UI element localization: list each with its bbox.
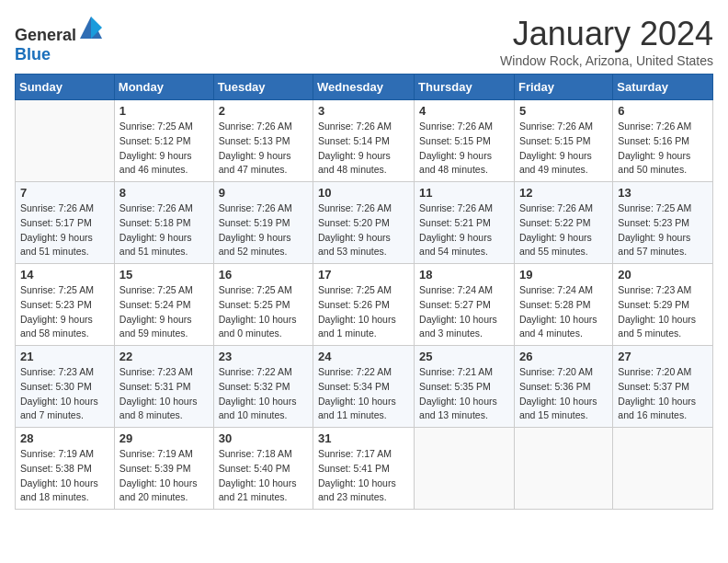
day-info: Sunrise: 7:19 AMSunset: 5:39 PMDaylight:…	[119, 447, 209, 505]
day-info: Sunrise: 7:26 AMSunset: 5:14 PMDaylight:…	[318, 120, 409, 178]
title-block: January 2024 Window Rock, Arizona, Unite…	[500, 15, 713, 68]
day-header-saturday: Saturday	[613, 75, 713, 100]
day-number: 29	[119, 431, 209, 445]
day-number: 2	[219, 104, 308, 118]
calendar-cell: 21Sunrise: 7:23 AMSunset: 5:30 PMDayligh…	[16, 346, 115, 428]
calendar-cell: 22Sunrise: 7:23 AMSunset: 5:31 PMDayligh…	[114, 346, 213, 428]
day-info: Sunrise: 7:22 AMSunset: 5:34 PMDaylight:…	[318, 365, 409, 423]
calendar-cell: 16Sunrise: 7:25 AMSunset: 5:25 PMDayligh…	[213, 264, 313, 346]
day-info: Sunrise: 7:22 AMSunset: 5:32 PMDaylight:…	[219, 365, 308, 423]
day-number: 25	[419, 350, 509, 363]
day-info: Sunrise: 7:24 AMSunset: 5:28 PMDaylight:…	[519, 283, 608, 341]
calendar-cell: 13Sunrise: 7:25 AMSunset: 5:23 PMDayligh…	[613, 182, 713, 264]
day-number: 6	[618, 104, 708, 118]
calendar-cell: 12Sunrise: 7:26 AMSunset: 5:22 PMDayligh…	[514, 182, 612, 264]
day-info: Sunrise: 7:17 AMSunset: 5:41 PMDaylight:…	[318, 447, 409, 505]
calendar-cell: 2Sunrise: 7:26 AMSunset: 5:13 PMDaylight…	[213, 100, 313, 182]
day-number: 12	[519, 186, 608, 200]
day-number: 16	[219, 268, 308, 282]
calendar-cell: 15Sunrise: 7:25 AMSunset: 5:24 PMDayligh…	[114, 264, 213, 346]
day-info: Sunrise: 7:20 AMSunset: 5:36 PMDaylight:…	[519, 365, 608, 423]
calendar-cell	[613, 428, 713, 510]
day-header-tuesday: Tuesday	[213, 75, 313, 100]
day-info: Sunrise: 7:26 AMSunset: 5:13 PMDaylight:…	[219, 120, 308, 178]
day-info: Sunrise: 7:20 AMSunset: 5:37 PMDaylight:…	[618, 365, 708, 423]
day-number: 19	[519, 268, 608, 282]
day-info: Sunrise: 7:26 AMSunset: 5:15 PMDaylight:…	[519, 120, 608, 178]
day-info: Sunrise: 7:25 AMSunset: 5:23 PMDaylight:…	[618, 201, 708, 259]
calendar-cell: 3Sunrise: 7:26 AMSunset: 5:14 PMDaylight…	[313, 100, 415, 182]
location-title: Window Rock, Arizona, United States	[500, 53, 713, 68]
calendar-cell: 6Sunrise: 7:26 AMSunset: 5:16 PMDaylight…	[613, 100, 713, 182]
calendar-week-row: 21Sunrise: 7:23 AMSunset: 5:30 PMDayligh…	[16, 346, 713, 428]
calendar-cell	[16, 100, 115, 182]
day-info: Sunrise: 7:25 AMSunset: 5:25 PMDaylight:…	[219, 283, 308, 341]
day-number: 7	[20, 186, 109, 200]
day-number: 31	[318, 431, 409, 445]
day-number: 28	[20, 431, 109, 445]
calendar-cell: 5Sunrise: 7:26 AMSunset: 5:15 PMDaylight…	[514, 100, 612, 182]
day-number: 20	[618, 268, 708, 282]
day-number: 18	[419, 268, 509, 282]
calendar-cell: 20Sunrise: 7:23 AMSunset: 5:29 PMDayligh…	[613, 264, 713, 346]
day-number: 11	[419, 186, 509, 200]
day-info: Sunrise: 7:25 AMSunset: 5:24 PMDaylight:…	[119, 283, 209, 341]
calendar-header-row: SundayMondayTuesdayWednesdayThursdayFrid…	[16, 75, 713, 100]
day-info: Sunrise: 7:26 AMSunset: 5:15 PMDaylight:…	[419, 120, 509, 178]
day-number: 21	[20, 350, 109, 363]
logo: General Blue	[15, 15, 104, 64]
day-info: Sunrise: 7:24 AMSunset: 5:27 PMDaylight:…	[419, 283, 509, 341]
calendar-week-row: 1Sunrise: 7:25 AMSunset: 5:12 PMDaylight…	[16, 100, 713, 182]
day-number: 17	[318, 268, 409, 282]
calendar-cell: 31Sunrise: 7:17 AMSunset: 5:41 PMDayligh…	[313, 428, 415, 510]
calendar-cell: 10Sunrise: 7:26 AMSunset: 5:20 PMDayligh…	[313, 182, 415, 264]
day-number: 4	[419, 104, 509, 118]
day-info: Sunrise: 7:26 AMSunset: 5:19 PMDaylight:…	[219, 201, 308, 259]
day-number: 1	[119, 104, 209, 118]
calendar-cell	[415, 428, 515, 510]
day-number: 30	[219, 431, 308, 445]
day-number: 10	[318, 186, 409, 200]
day-header-thursday: Thursday	[415, 75, 515, 100]
day-header-friday: Friday	[514, 75, 612, 100]
month-title: January 2024	[500, 15, 713, 53]
day-number: 24	[318, 350, 409, 363]
day-number: 9	[219, 186, 308, 200]
day-info: Sunrise: 7:26 AMSunset: 5:20 PMDaylight:…	[318, 201, 409, 259]
day-number: 27	[618, 350, 708, 363]
calendar-cell: 11Sunrise: 7:26 AMSunset: 5:21 PMDayligh…	[415, 182, 515, 264]
day-info: Sunrise: 7:23 AMSunset: 5:29 PMDaylight:…	[618, 283, 708, 341]
logo-icon	[78, 15, 104, 40]
day-number: 15	[119, 268, 209, 282]
calendar-cell: 27Sunrise: 7:20 AMSunset: 5:37 PMDayligh…	[613, 346, 713, 428]
calendar-cell: 4Sunrise: 7:26 AMSunset: 5:15 PMDaylight…	[415, 100, 515, 182]
calendar-cell	[514, 428, 612, 510]
day-info: Sunrise: 7:18 AMSunset: 5:40 PMDaylight:…	[219, 447, 308, 505]
day-header-sunday: Sunday	[16, 75, 115, 100]
day-info: Sunrise: 7:23 AMSunset: 5:30 PMDaylight:…	[20, 365, 109, 423]
calendar-cell: 23Sunrise: 7:22 AMSunset: 5:32 PMDayligh…	[213, 346, 313, 428]
calendar-table: SundayMondayTuesdayWednesdayThursdayFrid…	[15, 74, 713, 510]
day-info: Sunrise: 7:26 AMSunset: 5:21 PMDaylight:…	[419, 201, 509, 259]
day-number: 14	[20, 268, 109, 282]
calendar-cell: 1Sunrise: 7:25 AMSunset: 5:12 PMDaylight…	[114, 100, 213, 182]
day-info: Sunrise: 7:25 AMSunset: 5:26 PMDaylight:…	[318, 283, 409, 341]
calendar-cell: 18Sunrise: 7:24 AMSunset: 5:27 PMDayligh…	[415, 264, 515, 346]
calendar-cell: 7Sunrise: 7:26 AMSunset: 5:17 PMDaylight…	[16, 182, 115, 264]
logo-general: General	[15, 26, 76, 44]
day-number: 26	[519, 350, 608, 363]
day-number: 3	[318, 104, 409, 118]
day-info: Sunrise: 7:25 AMSunset: 5:23 PMDaylight:…	[20, 283, 109, 341]
day-header-monday: Monday	[114, 75, 213, 100]
day-number: 5	[519, 104, 608, 118]
day-number: 23	[219, 350, 308, 363]
calendar-cell: 17Sunrise: 7:25 AMSunset: 5:26 PMDayligh…	[313, 264, 415, 346]
calendar-cell: 14Sunrise: 7:25 AMSunset: 5:23 PMDayligh…	[16, 264, 115, 346]
day-info: Sunrise: 7:26 AMSunset: 5:18 PMDaylight:…	[119, 201, 209, 259]
day-info: Sunrise: 7:26 AMSunset: 5:22 PMDaylight:…	[519, 201, 608, 259]
calendar-cell: 24Sunrise: 7:22 AMSunset: 5:34 PMDayligh…	[313, 346, 415, 428]
day-info: Sunrise: 7:21 AMSunset: 5:35 PMDaylight:…	[419, 365, 509, 423]
day-info: Sunrise: 7:26 AMSunset: 5:17 PMDaylight:…	[20, 201, 109, 259]
day-number: 8	[119, 186, 209, 200]
calendar-week-row: 28Sunrise: 7:19 AMSunset: 5:38 PMDayligh…	[16, 428, 713, 510]
